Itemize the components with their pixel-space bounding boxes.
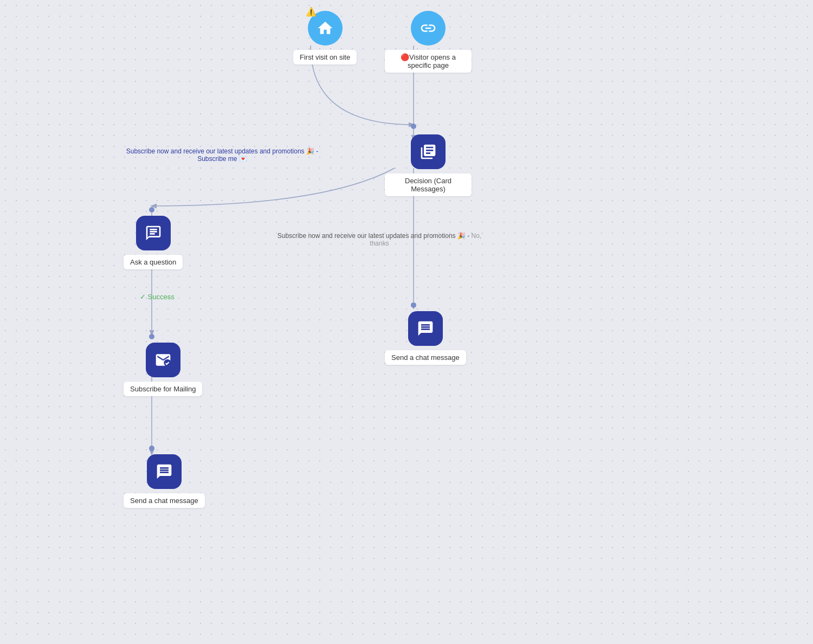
send-chat-right-icon <box>408 311 443 346</box>
edge-label-no-thanks: Subscribe now and receive our latest upd… <box>276 232 482 247</box>
node-ask-question[interactable]: Ask a question <box>124 216 183 269</box>
node-subscribe-mailing[interactable]: Subscribe for Mailing <box>124 343 202 396</box>
node-send-chat-bottom[interactable]: Send a chat message <box>124 454 205 508</box>
flow-canvas: ⚠️ First visit on site 🔴Visitor opens a … <box>0 0 813 644</box>
visitor-opens-icon <box>411 11 446 46</box>
send-chat-bottom-label: Send a chat message <box>124 493 205 508</box>
warning-icon: ⚠️ <box>306 7 317 17</box>
node-decision[interactable]: Decision (Card Messages) <box>385 134 472 196</box>
decision-icon <box>411 134 446 169</box>
ask-question-dot <box>149 207 154 212</box>
merge-dot <box>411 124 416 129</box>
send-chat-bottom-icon <box>147 454 182 489</box>
visitor-opens-label: 🔴Visitor opens a specific page <box>385 50 472 73</box>
send-chat-right-dot <box>411 302 416 308</box>
send-chat-bottom-dot <box>149 446 154 451</box>
subscribe-mailing-dot <box>149 334 154 339</box>
first-visit-label: First visit on site <box>293 50 357 65</box>
node-visitor-opens[interactable]: 🔴Visitor opens a specific page <box>385 11 472 73</box>
subscribe-mailing-icon <box>146 343 180 377</box>
ask-question-icon <box>136 216 171 250</box>
edge-label-subscribe-yes: Subscribe now and receive our latest upd… <box>125 147 320 163</box>
node-first-visit[interactable]: ⚠️ First visit on site <box>293 11 357 65</box>
ask-question-label: Ask a question <box>124 255 183 269</box>
send-chat-right-label: Send a chat message <box>385 350 466 365</box>
decision-label: Decision (Card Messages) <box>385 173 472 196</box>
success-label: ✓ Success <box>140 293 175 301</box>
subscribe-mailing-label: Subscribe for Mailing <box>124 382 202 396</box>
first-visit-icon: ⚠️ <box>308 11 343 46</box>
node-send-chat-right[interactable]: Send a chat message <box>385 311 466 365</box>
